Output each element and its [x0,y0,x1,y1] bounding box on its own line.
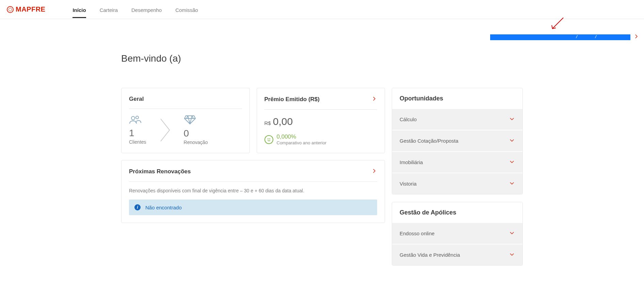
panel-item-endosso[interactable]: Endosso online [392,223,522,244]
card-renovacoes: Próximas Renovações Renovações disponíve… [121,160,385,223]
panel-oportunidades-title: Oportunidades [392,88,522,109]
svg-line-7 [187,116,188,118]
info-banner: i Não encontrado [129,200,377,215]
chevron-down-icon [509,137,515,144]
nav-inicio[interactable]: Início [73,1,86,18]
panel-apolices-title: Gestão de Apólices [392,202,522,223]
svg-point-1 [131,116,135,120]
renovacoes-description: Renovações disponíveis com final de vigê… [129,188,377,193]
svg-point-2 [136,116,139,119]
clients-icon [129,115,146,126]
brand-name: MAPFRE [16,5,45,13]
premio-currency: R$ [264,120,271,126]
nav-desempenho[interactable]: Desempenho [131,1,162,18]
comparativo-label: Comparativo ano anterior [277,140,327,145]
chevron-right-icon[interactable] [371,96,377,103]
selector-slash: / [576,34,577,39]
main-nav: Início Carteira Desempenho Comissão [73,1,198,18]
page: Bem-vindo (a) Geral 1 [114,53,530,266]
chevron-down-icon [509,159,515,166]
chevron-down-icon [509,251,515,258]
stat-renovacao-label: Renovação [184,140,208,145]
panel-item-label: Imobiliária [400,159,423,165]
card-geral-title: Geral [129,96,144,102]
page-title: Bem-vindo (a) [121,53,523,64]
info-banner-text: Não encontrado [145,205,182,210]
header: MAPFRE Início Carteira Desempenho Comiss… [0,0,644,19]
info-icon: i [134,204,141,210]
comparativo-row: 0,000% Comparativo ano anterior [264,133,377,145]
panel-item-gestao-cotacao[interactable]: Gestão Cotação/Proposta [392,130,522,151]
svg-point-10 [269,139,270,139]
panel-item-gestao-vida[interactable]: Gestão Vida e Previdência [392,244,522,265]
comparativo-pct: 0,000% [277,133,327,140]
account-selector-row: / / [490,33,639,41]
premio-amount: 0,00 [273,116,293,127]
stat-clientes: 1 Clientes [129,115,146,145]
annotation-arrow-icon [550,17,564,31]
card-geral: Geral 1 Clientes [121,88,250,153]
chevron-down-icon [509,230,515,237]
panel-item-label: Gestão Cotação/Proposta [400,138,458,144]
panel-item-vistoria[interactable]: Vistoria [392,173,522,194]
nav-comissao[interactable]: Comissão [175,1,198,18]
stat-renovacao: 0 Renovação [184,115,208,145]
premio-value: R$ 0,00 [264,116,377,127]
brand-logo[interactable]: MAPFRE [7,5,45,13]
content-grid: Geral 1 Clientes [121,88,523,266]
card-premio-title: Prêmio Emitido (R$) [264,96,320,103]
svg-line-8 [192,116,193,118]
divider-icon [160,118,170,142]
diamond-icon [184,115,208,126]
stat-clientes-label: Clientes [129,139,146,145]
svg-point-9 [268,139,268,139]
selector-slash: / [595,34,596,39]
card-renovacoes-title: Próximas Renovações [129,168,191,175]
panel-item-imobiliaria[interactable]: Imobiliária [392,152,522,173]
right-column: Oportunidades Cálculo Gestão Cotação/Pro… [392,88,523,266]
card-premio: Prêmio Emitido (R$) R$ 0,00 0 [257,88,385,153]
panel-item-label: Endosso online [400,231,435,236]
account-selector-highlight[interactable]: / / [490,34,630,40]
chevron-down-icon [509,180,515,187]
chevron-down-icon [509,116,515,123]
stat-renovacao-value: 0 [184,128,208,139]
chevron-right-icon[interactable] [633,33,639,41]
nav-carteira[interactable]: Carteira [100,1,118,18]
panel-item-label: Gestão Vida e Previdência [400,252,460,258]
panel-oportunidades: Oportunidades Cálculo Gestão Cotação/Pro… [392,88,523,194]
smile-icon [264,135,273,144]
panel-item-label: Cálculo [400,116,417,122]
panel-item-calculo[interactable]: Cálculo [392,109,522,130]
mapfre-logo-icon [7,6,14,13]
chevron-right-icon[interactable] [371,168,377,175]
svg-line-0 [552,18,563,29]
stat-clientes-value: 1 [129,128,146,139]
panel-apolices: Gestão de Apólices Endosso online Gestão… [392,202,523,266]
panel-item-label: Vistoria [400,181,417,187]
